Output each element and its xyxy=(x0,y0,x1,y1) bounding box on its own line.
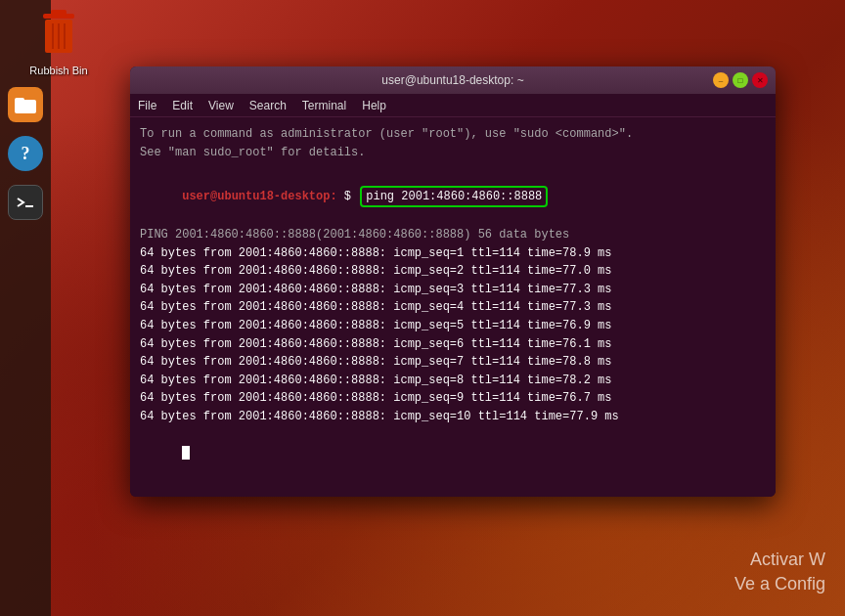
ping-line: 64 bytes from 2001:4860:4860::8888: icmp… xyxy=(140,281,766,299)
ping-command: ping 2001:4860:4860::8888 xyxy=(360,186,548,208)
files-icon xyxy=(8,87,43,122)
terminal-window: user@ubuntu18-desktop: ~ – □ ✕ File Edit… xyxy=(130,66,776,497)
terminal-icon xyxy=(8,185,43,220)
menu-file[interactable]: File xyxy=(138,99,156,112)
watermark-line1: Activar W xyxy=(734,548,825,572)
ping-line: 64 bytes from 2001:4860:4860::8888: icmp… xyxy=(140,353,766,372)
taskbar-terminal[interactable] xyxy=(3,180,48,225)
minimize-button[interactable]: – xyxy=(713,72,729,88)
close-button[interactable]: ✕ xyxy=(752,72,768,88)
ping-line: 64 bytes from 2001:4860:4860::8888: icmp… xyxy=(140,408,766,426)
prompt-user: user@ubuntu18-desktop: xyxy=(182,190,336,203)
ping-output: 64 bytes from 2001:4860:4860::8888: icmp… xyxy=(140,244,766,426)
menu-terminal[interactable]: Terminal xyxy=(302,99,346,112)
ping-line: 64 bytes from 2001:4860:4860::8888: icmp… xyxy=(140,389,766,408)
ping-line: 64 bytes from 2001:4860:4860::8888: icmp… xyxy=(140,317,766,335)
ping-line: 64 bytes from 2001:4860:4860::8888: icmp… xyxy=(140,262,766,281)
cursor-line xyxy=(140,426,766,481)
rubbish-bin[interactable]: Rubbish Bin xyxy=(0,0,117,84)
svg-rect-7 xyxy=(15,98,24,103)
prompt-sym: $ xyxy=(337,190,359,203)
window-title: user@ubuntu18-desktop: ~ xyxy=(381,73,523,87)
watermark: Activar W Ve a Config xyxy=(734,548,825,596)
ping-line: 64 bytes from 2001:4860:4860::8888: icmp… xyxy=(140,298,766,317)
taskbar-help[interactable]: ? xyxy=(3,131,48,176)
ping-line: 64 bytes from 2001:4860:4860::8888: icmp… xyxy=(140,244,766,263)
sudo-note-2: See "man sudo_root" for details. xyxy=(140,144,766,162)
menu-edit[interactable]: Edit xyxy=(172,99,193,112)
command-line: user@ubuntu18-desktop: $ ping 2001:4860:… xyxy=(140,167,766,226)
taskbar-files[interactable] xyxy=(3,82,48,127)
sudo-note-1: To run a command as administrator (user … xyxy=(140,125,766,144)
menu-help[interactable]: Help xyxy=(362,99,386,112)
svg-rect-1 xyxy=(51,10,67,16)
maximize-button[interactable]: □ xyxy=(733,72,748,88)
ping-header: PING 2001:4860:4860::8888(2001:4860:4860… xyxy=(140,226,766,244)
help-icon: ? xyxy=(8,136,43,171)
rubbish-bin-icon xyxy=(35,8,82,61)
menu-bar: File Edit View Search Terminal Help xyxy=(130,94,776,117)
window-titlebar: user@ubuntu18-desktop: ~ – □ ✕ xyxy=(130,66,776,94)
ping-line: 64 bytes from 2001:4860:4860::8888: icmp… xyxy=(140,335,766,354)
menu-search[interactable]: Search xyxy=(249,99,287,112)
terminal-content[interactable]: To run a command as administrator (user … xyxy=(130,117,776,497)
ping-line: 64 bytes from 2001:4860:4860::8888: icmp… xyxy=(140,372,766,390)
menu-view[interactable]: View xyxy=(208,99,234,112)
window-controls: – □ ✕ xyxy=(713,72,768,88)
taskbar: ? xyxy=(0,0,51,616)
watermark-line2: Ve a Config xyxy=(734,572,825,596)
rubbish-bin-label: Rubbish Bin xyxy=(29,65,87,76)
